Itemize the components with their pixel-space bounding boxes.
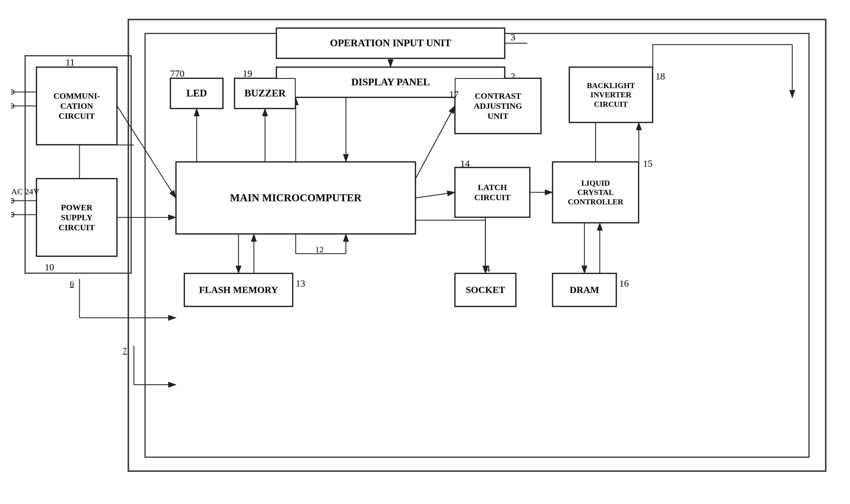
ref12-label: 12: [315, 245, 324, 254]
ac24v-label: AC 24V: [11, 187, 39, 196]
socket-block: SOCKET: [455, 273, 516, 307]
contrast-number: 17: [449, 89, 458, 100]
ref7-label: 7: [123, 346, 127, 355]
svg-line-42: [416, 106, 455, 178]
contrast-adjusting-block: CONTRAST ADJUSTING UNIT: [455, 78, 541, 134]
svg-point-24: [11, 212, 14, 217]
svg-line-44: [416, 192, 455, 198]
main-microcomputer-block: MAIN MICROCOMPUTER: [176, 162, 416, 234]
buzzer-number: 19: [243, 68, 252, 79]
latch-number: 14: [460, 158, 470, 169]
led-number: 770: [170, 68, 185, 79]
backlight-inverter-block: BACKLIGHT INVERTER CIRCUIT: [569, 67, 653, 123]
svg-point-27: [11, 90, 14, 94]
power-supply-block: POWER SUPPLY CIRCUIT: [36, 178, 117, 256]
operation-input-unit-number: 3: [510, 32, 515, 43]
latch-circuit-block: LATCH CIRCUIT: [455, 167, 530, 217]
led-block: LED: [170, 78, 223, 109]
ref6-label: 6: [70, 279, 74, 288]
communication-circuit-block: COMMUNI- CATION CIRCUIT: [36, 67, 117, 145]
svg-point-23: [11, 198, 14, 203]
buzzer-block: BUZZER: [234, 78, 296, 109]
comm-circuit-number: 11: [66, 57, 75, 68]
dram-block: DRAM: [552, 273, 617, 307]
power-supply-number: 10: [45, 262, 54, 273]
operation-input-unit-block: OPERATION INPUT UNIT: [276, 28, 505, 58]
diagram-container: OPERATION INPUT UNIT 3 DISPLAY PANEL 2 C…: [11, 11, 837, 491]
backlight-number: 18: [656, 71, 665, 82]
liquid-crystal-number: 15: [643, 158, 653, 169]
flash-memory-block: FLASH MEMORY: [184, 273, 293, 307]
flash-memory-number: 13: [296, 278, 305, 289]
svg-line-29: [117, 106, 176, 198]
dram-number: 16: [619, 278, 629, 289]
socket-number: 4: [485, 264, 490, 274]
liquid-crystal-controller-block: LIQUID CRYSTAL CONTROLLER: [552, 162, 639, 223]
svg-point-28: [11, 104, 14, 108]
